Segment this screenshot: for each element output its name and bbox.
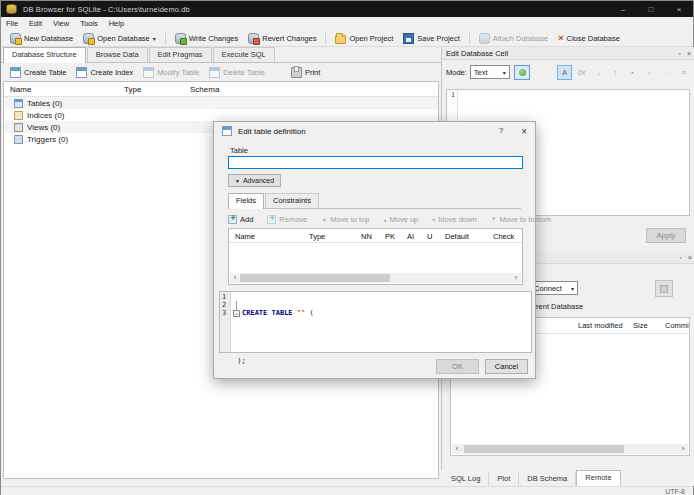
menu-file[interactable]: File — [6, 19, 18, 28]
column-header-default[interactable]: Default — [445, 232, 469, 241]
save-project-button[interactable]: Save Project — [398, 31, 465, 46]
tree-item-indices[interactable]: Indices (0) — [4, 109, 438, 121]
open-database-dropdown-icon[interactable]: ▾ — [153, 35, 156, 42]
tab-browse-data[interactable]: Browse Data — [87, 47, 148, 62]
tab-db-schema[interactable]: DB Schema — [519, 472, 576, 486]
revert-changes-button[interactable]: Revert Changes — [243, 31, 321, 46]
create-table-button[interactable]: Create Table — [5, 65, 71, 80]
fullscreen-icon[interactable]: ▫ — [642, 65, 657, 80]
auto-apply-button[interactable] — [514, 65, 530, 80]
dock-close-icon[interactable]: × — [688, 254, 692, 261]
sql-line-numbers: 1 2 3 — [220, 292, 231, 352]
print-cell-icon[interactable]: ≡ — [676, 65, 691, 80]
column-header-name[interactable]: Name — [4, 85, 124, 94]
scroll-right-icon[interactable]: › — [678, 444, 688, 454]
dock-float-icon[interactable]: ▫ — [679, 254, 681, 261]
apply-button[interactable]: Apply — [646, 228, 686, 243]
tab-constraints[interactable]: Constraints — [265, 193, 319, 208]
column-header-schema[interactable]: Schema — [188, 85, 219, 94]
tree-item-tables[interactable]: Tables (0) — [4, 97, 438, 109]
tab-database-structure[interactable]: Database Structure — [3, 47, 86, 63]
tab-remote[interactable]: Remote — [576, 470, 620, 486]
print-button[interactable]: Print — [286, 65, 325, 80]
scrollbar-thumb[interactable] — [240, 274, 390, 282]
dialog-help-button[interactable]: ? — [499, 126, 503, 137]
open-project-button[interactable]: Open Project — [330, 31, 398, 46]
horizontal-scrollbar[interactable]: ‹ › — [230, 273, 521, 283]
move-up-button[interactable]: ▴ Move up — [383, 215, 418, 224]
advanced-button[interactable]: ▼ Advanced — [228, 174, 281, 187]
identity-select[interactable]: Connect ▾ — [530, 281, 578, 295]
move-to-top-button[interactable]: ▲ Move to top — [321, 215, 369, 224]
column-header-check[interactable]: Check — [493, 232, 514, 241]
menu-edit[interactable]: Edit — [29, 19, 42, 28]
import-data-icon[interactable]: ↓ — [591, 65, 606, 80]
dock-close-icon[interactable]: × — [687, 50, 691, 57]
column-header-commit[interactable]: Commit — [665, 321, 690, 330]
attach-database-button[interactable]: Attach Database — [474, 31, 553, 46]
move-down-button[interactable]: ▾ Move down — [432, 215, 476, 224]
set-null-icon[interactable]: ▪ — [625, 65, 640, 80]
table-name-input[interactable] — [228, 156, 523, 169]
text-format-icon[interactable]: A — [557, 65, 572, 80]
menu-view[interactable]: View — [53, 19, 69, 28]
add-field-button[interactable]: Add — [228, 215, 253, 224]
maximize-button[interactable]: □ — [637, 1, 665, 17]
menu-tools[interactable]: Tools — [80, 19, 98, 28]
export-data-icon[interactable]: ↑ — [608, 65, 623, 80]
column-header-size[interactable]: Size — [633, 321, 648, 330]
modify-table-button[interactable]: Modify Table — [138, 65, 204, 80]
tab-plot[interactable]: Plot — [489, 472, 519, 486]
column-header-u[interactable]: U — [427, 232, 432, 241]
tab-execute-sql[interactable]: Execute SQL — [213, 47, 275, 62]
cancel-button[interactable]: Cancel — [485, 359, 528, 374]
close-database-button[interactable]: × Close Database — [553, 31, 625, 45]
column-header-ai[interactable]: AI — [407, 232, 414, 241]
create-index-button[interactable]: Create Index — [71, 65, 138, 80]
tab-sql-log[interactable]: SQL Log — [443, 472, 489, 486]
column-header-nn[interactable]: NN — [361, 232, 372, 241]
tab-edit-pragmas[interactable]: Edit Pragmas — [149, 47, 212, 62]
scroll-right-icon[interactable]: › — [511, 273, 521, 283]
encoding-indicator[interactable]: UTF-8 — [665, 488, 685, 495]
column-header-last-modified[interactable]: Last modified — [578, 321, 623, 330]
app-icon — [6, 4, 17, 14]
move-down-icon: ▾ — [432, 216, 435, 223]
tab-fields[interactable]: Fields — [228, 193, 264, 209]
column-header-pk[interactable]: PK — [385, 232, 395, 241]
menu-help[interactable]: Help — [109, 19, 124, 28]
scroll-left-icon[interactable]: ‹ — [230, 273, 240, 283]
toolbar-separator — [165, 32, 166, 44]
dialog-close-button[interactable]: × — [521, 126, 527, 137]
menubar: File Edit View Tools Help — [1, 17, 693, 30]
close-button[interactable]: × — [665, 1, 693, 17]
column-header-name[interactable]: Name — [235, 232, 255, 241]
dbhub-button[interactable] — [655, 280, 673, 297]
horizontal-scrollbar[interactable]: ‹ › — [452, 444, 688, 454]
dock-float-icon[interactable]: ▫ — [678, 50, 680, 57]
remove-field-button[interactable]: Remove — [267, 215, 307, 224]
indices-icon — [14, 111, 23, 120]
write-changes-button[interactable]: Write Changes — [170, 31, 243, 46]
binary-format-icon[interactable]: 0x — [574, 65, 589, 80]
new-database-button[interactable]: New Database — [5, 31, 78, 46]
sql-preview-editor[interactable]: 1 2 3 −CREATE TABLE "" ( ); — [219, 291, 532, 353]
move-to-bottom-button[interactable]: ▼ Move to bottom — [491, 215, 552, 224]
ok-button[interactable]: OK — [436, 359, 479, 374]
dialog-titlebar: Edit table definition ? × — [214, 122, 535, 140]
chevron-down-icon: ▾ — [571, 285, 574, 292]
dialog-tab-bar: Fields Constraints — [228, 193, 521, 209]
minimize-button[interactable]: – — [609, 1, 637, 17]
scroll-left-icon[interactable]: ‹ — [452, 444, 462, 454]
edit-table-definition-dialog: Edit table definition ? × Table ▼ Advanc… — [213, 121, 536, 379]
column-header-type[interactable]: Type — [124, 85, 188, 94]
fold-marker-icon[interactable]: − — [233, 310, 240, 317]
move-up-icon: ▴ — [383, 216, 386, 223]
write-changes-icon — [175, 33, 186, 44]
delete-table-button[interactable]: Delete Table — [204, 65, 270, 80]
overflow-icon[interactable]: · — [659, 65, 674, 80]
mode-select[interactable]: Text ▾ — [470, 65, 510, 79]
open-database-button[interactable]: Open Database ▾ — [78, 31, 161, 46]
scrollbar-thumb[interactable] — [464, 445, 624, 453]
column-header-type[interactable]: Type — [309, 232, 325, 241]
